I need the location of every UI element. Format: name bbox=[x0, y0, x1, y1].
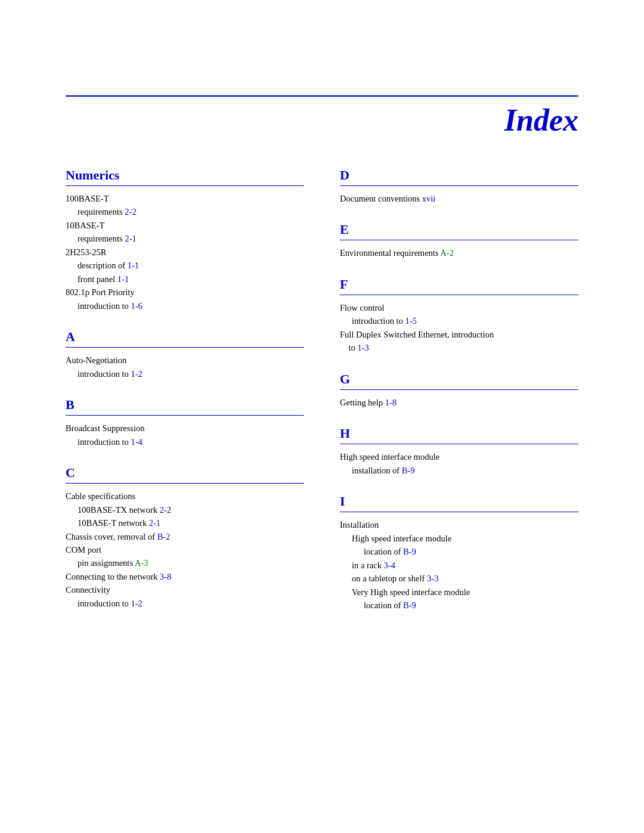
sub-entry: front panel 1-1 bbox=[66, 274, 129, 284]
entry-title: 10BASE-T bbox=[66, 221, 104, 230]
section-h: H High speed interface module installati… bbox=[340, 426, 578, 477]
link[interactable]: B-9 bbox=[403, 547, 416, 556]
section-c: C Cable specifications 100BASE-TX networ… bbox=[66, 465, 304, 610]
entry-auto-negotiation: Auto-Negotiation introduction to 1-2 bbox=[66, 354, 304, 380]
link[interactable]: 1-1 bbox=[117, 274, 129, 284]
link[interactable]: B-9 bbox=[403, 600, 416, 610]
section-header-h: H bbox=[340, 426, 578, 444]
entry-title: Connectivity bbox=[66, 585, 110, 594]
sub-entry: 100BASE-TX network 2-2 bbox=[66, 505, 171, 515]
link[interactable]: xvii bbox=[422, 194, 436, 203]
link[interactable]: 1-2 bbox=[131, 369, 142, 379]
page-container: Index Numerics 100BASE-T requirements 2-… bbox=[0, 95, 644, 833]
section-b: B Broadcast Suppression introduction to … bbox=[66, 397, 304, 448]
link[interactable]: 2-2 bbox=[160, 505, 171, 515]
section-a: A Auto-Negotiation introduction to 1-2 bbox=[66, 329, 304, 380]
section-header-e: E bbox=[340, 222, 578, 240]
entry-cable-specs: Cable specifications 100BASE-TX network … bbox=[66, 490, 304, 529]
link[interactable]: 2-1 bbox=[125, 234, 136, 243]
sub-entry: introduction to 1-4 bbox=[66, 437, 143, 447]
sub-entry: requirements 2-2 bbox=[66, 207, 137, 216]
entry-title: Broadcast Suppression bbox=[66, 423, 145, 433]
link[interactable]: 1-8 bbox=[385, 398, 397, 407]
sub-entry: 10BASE-T network 2-1 bbox=[66, 518, 160, 528]
section-i: I Installation High speed interface modu… bbox=[340, 494, 578, 612]
section-header-a: A bbox=[66, 329, 304, 348]
link[interactable]: 1-6 bbox=[131, 301, 142, 311]
entry-high-speed: High speed interface module installation… bbox=[340, 450, 578, 477]
link[interactable]: 3-3 bbox=[427, 574, 438, 583]
page-title-area: Index bbox=[0, 103, 644, 138]
entry-title: Getting help 1-8 bbox=[340, 398, 397, 407]
section-d: D Document conventions xvii bbox=[340, 168, 578, 205]
link[interactable]: 2-2 bbox=[125, 207, 136, 216]
entry-title: Installation bbox=[340, 520, 379, 529]
sub-entry: installation of B-9 bbox=[340, 466, 415, 475]
entry-installation: Installation High speed interface module… bbox=[340, 518, 578, 612]
right-column: D Document conventions xvii E Environmen… bbox=[340, 168, 578, 629]
entry-title: 100BASE-T bbox=[66, 194, 109, 203]
entry-getting-help: Getting help 1-8 bbox=[340, 396, 578, 409]
sub-entry: pin assignments A-3 bbox=[66, 558, 148, 568]
entry-title: Document conventions xvii bbox=[340, 194, 435, 203]
section-numerics: Numerics 100BASE-T requirements 2-2 10BA… bbox=[66, 168, 304, 312]
link[interactable]: B-2 bbox=[157, 532, 171, 541]
link[interactable]: 1-2 bbox=[131, 599, 142, 608]
link[interactable]: A-2 bbox=[440, 248, 454, 258]
entry-document-conventions: Document conventions xvii bbox=[340, 192, 578, 205]
section-header-g: G bbox=[340, 371, 578, 390]
sub-entry: requirements 2-1 bbox=[66, 234, 137, 243]
entry-chassis-cover: Chassis cover, removal of B-2 bbox=[66, 530, 304, 543]
link[interactable]: A-3 bbox=[135, 558, 148, 568]
section-header-i: I bbox=[340, 494, 578, 512]
entry-connectivity: Connectivity introduction to 1-2 bbox=[66, 583, 304, 610]
entry-title: Auto-Negotiation bbox=[66, 355, 126, 365]
section-g: G Getting help 1-8 bbox=[340, 371, 578, 409]
entry-title: 802.1p Port Priority bbox=[66, 287, 135, 297]
sub-entry: on a tabletop or shelf 3-3 bbox=[340, 574, 438, 583]
entry-connecting-network: Connecting to the network 3-8 bbox=[66, 570, 304, 583]
link[interactable]: 1-1 bbox=[128, 261, 139, 270]
entry-title: 2H253-25R bbox=[66, 247, 106, 257]
link[interactable]: 3-8 bbox=[160, 572, 171, 581]
entry-full-duplex: Full Duplex Switched Ethernet, introduct… bbox=[340, 328, 578, 355]
page-title: Index bbox=[504, 103, 578, 137]
left-column: Numerics 100BASE-T requirements 2-2 10BA… bbox=[66, 168, 304, 629]
section-header-c: C bbox=[66, 465, 304, 484]
sub-entry: description of 1-1 bbox=[66, 261, 139, 270]
sub-sub-entry: location of B-9 bbox=[340, 547, 416, 556]
link[interactable]: 1-5 bbox=[405, 316, 416, 326]
section-header-numerics: Numerics bbox=[66, 168, 304, 186]
entry-title: Flow control bbox=[340, 303, 385, 312]
entry-flow-control: Flow control introduction to 1-5 bbox=[340, 301, 578, 328]
entry-title: Full Duplex Switched Ethernet, introduct… bbox=[340, 330, 494, 352]
link[interactable]: B-9 bbox=[402, 466, 415, 475]
sub-sub-entry: location of B-9 bbox=[340, 600, 416, 610]
entry-com-port: COM port pin assignments A-3 bbox=[66, 543, 304, 570]
link[interactable]: 3-4 bbox=[384, 561, 395, 570]
link[interactable]: 2-1 bbox=[149, 518, 160, 528]
entry-802: 802.1p Port Priority introduction to 1-6 bbox=[66, 286, 304, 312]
entry-broadcast-suppression: Broadcast Suppression introduction to 1-… bbox=[66, 422, 304, 448]
entry-title: Chassis cover, removal of B-2 bbox=[66, 532, 170, 541]
entry-title: Environmental requirements A-2 bbox=[340, 248, 454, 258]
sub-entry: High speed interface module bbox=[340, 534, 451, 543]
section-header-b: B bbox=[66, 397, 304, 416]
sub-entry: introduction to 1-5 bbox=[340, 316, 417, 326]
section-f: F Flow control introduction to 1-5 Full … bbox=[340, 277, 578, 355]
sub-entry: in a rack 3-4 bbox=[340, 561, 395, 570]
sub-entry: introduction to 1-2 bbox=[66, 599, 143, 608]
link[interactable]: 1-3 bbox=[357, 343, 369, 352]
section-header-d: D bbox=[340, 168, 578, 186]
sub-entry: Very High speed interface module bbox=[340, 587, 470, 597]
entry-100base-t: 100BASE-T requirements 2-2 bbox=[66, 192, 304, 219]
entry-title: High speed interface module bbox=[340, 452, 439, 462]
sub-entry: introduction to 1-2 bbox=[66, 369, 143, 379]
entry-title: Cable specifications bbox=[66, 491, 135, 501]
content-area: Numerics 100BASE-T requirements 2-2 10BA… bbox=[0, 168, 644, 629]
entry-title: Connecting to the network 3-8 bbox=[66, 572, 171, 581]
entry-2h253: 2H253-25R description of 1-1 front panel… bbox=[66, 246, 304, 286]
link[interactable]: 1-4 bbox=[131, 437, 142, 447]
entry-title: COM port bbox=[66, 545, 101, 555]
top-rule bbox=[66, 95, 578, 97]
